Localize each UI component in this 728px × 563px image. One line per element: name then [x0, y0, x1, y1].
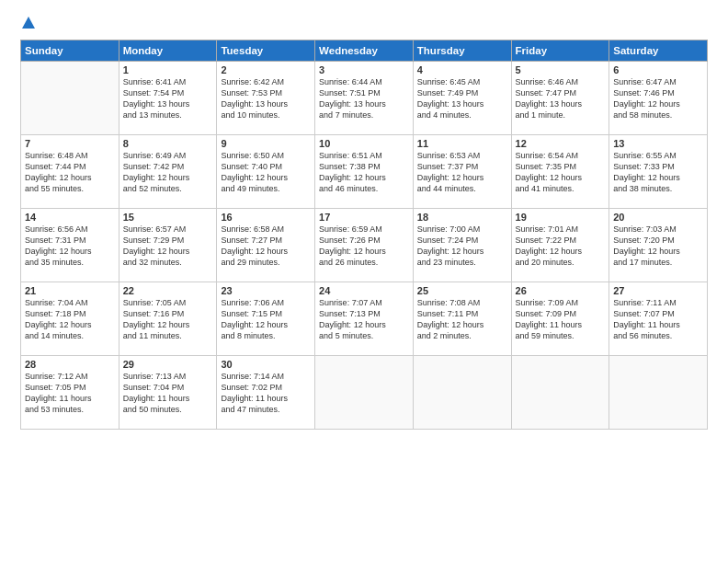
day-info: Sunrise: 6:57 AM Sunset: 7:29 PM Dayligh… — [123, 224, 213, 269]
week-row-4: 21Sunrise: 7:04 AM Sunset: 7:18 PM Dayli… — [21, 282, 708, 356]
weekday-header-monday: Monday — [119, 40, 217, 62]
calendar-cell: 14Sunrise: 6:56 AM Sunset: 7:31 PM Dayli… — [21, 209, 119, 282]
calendar-cell: 15Sunrise: 6:57 AM Sunset: 7:29 PM Dayli… — [119, 209, 217, 282]
day-number: 10 — [319, 138, 409, 149]
calendar-cell: 24Sunrise: 7:07 AM Sunset: 7:13 PM Dayli… — [315, 282, 414, 356]
calendar-cell: 9Sunrise: 6:50 AM Sunset: 7:40 PM Daylig… — [217, 135, 315, 209]
day-info: Sunrise: 7:13 AM Sunset: 7:04 PM Dayligh… — [123, 371, 213, 416]
day-info: Sunrise: 7:12 AM Sunset: 7:05 PM Dayligh… — [25, 371, 115, 416]
calendar-cell: 28Sunrise: 7:12 AM Sunset: 7:05 PM Dayli… — [21, 356, 119, 430]
day-number: 26 — [516, 285, 606, 296]
day-number: 8 — [123, 138, 213, 149]
weekday-header-row: SundayMondayTuesdayWednesdayThursdayFrid… — [21, 40, 708, 62]
calendar-cell: 23Sunrise: 7:06 AM Sunset: 7:15 PM Dayli… — [217, 282, 315, 356]
day-number: 21 — [25, 285, 115, 296]
day-number: 18 — [417, 212, 507, 223]
calendar-cell: 19Sunrise: 7:01 AM Sunset: 7:22 PM Dayli… — [511, 209, 609, 282]
day-number: 11 — [417, 138, 507, 149]
day-info: Sunrise: 6:56 AM Sunset: 7:31 PM Dayligh… — [25, 224, 115, 269]
weekday-header-friday: Friday — [511, 40, 609, 62]
day-info: Sunrise: 6:48 AM Sunset: 7:44 PM Dayligh… — [25, 150, 115, 195]
day-info: Sunrise: 7:09 AM Sunset: 7:09 PM Dayligh… — [516, 297, 606, 342]
day-info: Sunrise: 6:49 AM Sunset: 7:42 PM Dayligh… — [123, 150, 213, 195]
day-number: 22 — [123, 285, 213, 296]
day-info: Sunrise: 6:50 AM Sunset: 7:40 PM Dayligh… — [221, 150, 311, 195]
weekday-header-sunday: Sunday — [21, 40, 119, 62]
day-number: 23 — [221, 285, 311, 296]
day-info: Sunrise: 6:55 AM Sunset: 7:33 PM Dayligh… — [613, 150, 703, 195]
week-row-2: 7Sunrise: 6:48 AM Sunset: 7:44 PM Daylig… — [21, 135, 708, 209]
calendar-cell: 12Sunrise: 6:54 AM Sunset: 7:35 PM Dayli… — [511, 135, 609, 209]
calendar-cell — [511, 356, 609, 430]
day-number: 27 — [613, 285, 703, 296]
day-info: Sunrise: 7:01 AM Sunset: 7:22 PM Dayligh… — [516, 224, 606, 269]
day-number: 24 — [319, 285, 409, 296]
calendar-cell: 11Sunrise: 6:53 AM Sunset: 7:37 PM Dayli… — [413, 135, 511, 209]
day-info: Sunrise: 6:59 AM Sunset: 7:26 PM Dayligh… — [319, 224, 409, 269]
calendar-cell: 30Sunrise: 7:14 AM Sunset: 7:02 PM Dayli… — [217, 356, 315, 430]
day-info: Sunrise: 6:45 AM Sunset: 7:49 PM Dayligh… — [417, 76, 507, 121]
calendar-cell: 1Sunrise: 6:41 AM Sunset: 7:54 PM Daylig… — [119, 62, 217, 135]
day-number: 4 — [417, 64, 507, 75]
day-number: 7 — [25, 138, 115, 149]
calendar-cell: 20Sunrise: 7:03 AM Sunset: 7:20 PM Dayli… — [609, 209, 708, 282]
calendar-cell — [21, 62, 119, 135]
calendar-cell: 27Sunrise: 7:11 AM Sunset: 7:07 PM Dayli… — [609, 282, 708, 356]
day-info: Sunrise: 7:07 AM Sunset: 7:13 PM Dayligh… — [319, 297, 409, 342]
calendar-cell — [609, 356, 708, 430]
day-number: 9 — [221, 138, 311, 149]
day-info: Sunrise: 7:00 AM Sunset: 7:24 PM Dayligh… — [417, 224, 507, 269]
week-row-1: 1Sunrise: 6:41 AM Sunset: 7:54 PM Daylig… — [21, 62, 708, 135]
day-number: 13 — [613, 138, 703, 149]
calendar-cell: 2Sunrise: 6:42 AM Sunset: 7:53 PM Daylig… — [217, 62, 315, 135]
day-info: Sunrise: 7:04 AM Sunset: 7:18 PM Dayligh… — [25, 297, 115, 342]
day-info: Sunrise: 7:05 AM Sunset: 7:16 PM Dayligh… — [123, 297, 213, 342]
week-row-5: 28Sunrise: 7:12 AM Sunset: 7:05 PM Dayli… — [21, 356, 708, 430]
logo — [20, 17, 35, 30]
calendar-cell: 5Sunrise: 6:46 AM Sunset: 7:47 PM Daylig… — [511, 62, 609, 135]
calendar-cell — [315, 356, 414, 430]
calendar-table: SundayMondayTuesdayWednesdayThursdayFrid… — [20, 40, 708, 430]
weekday-header-wednesday: Wednesday — [315, 40, 414, 62]
calendar-cell: 3Sunrise: 6:44 AM Sunset: 7:51 PM Daylig… — [315, 62, 414, 135]
calendar-cell: 29Sunrise: 7:13 AM Sunset: 7:04 PM Dayli… — [119, 356, 217, 430]
calendar-cell: 16Sunrise: 6:58 AM Sunset: 7:27 PM Dayli… — [217, 209, 315, 282]
day-number: 19 — [516, 212, 606, 223]
day-info: Sunrise: 6:47 AM Sunset: 7:46 PM Dayligh… — [613, 76, 703, 121]
calendar-cell: 22Sunrise: 7:05 AM Sunset: 7:16 PM Dayli… — [119, 282, 217, 356]
day-number: 3 — [319, 64, 409, 75]
calendar-cell: 10Sunrise: 6:51 AM Sunset: 7:38 PM Dayli… — [315, 135, 414, 209]
calendar-cell: 7Sunrise: 6:48 AM Sunset: 7:44 PM Daylig… — [21, 135, 119, 209]
calendar-cell: 6Sunrise: 6:47 AM Sunset: 7:46 PM Daylig… — [609, 62, 708, 135]
day-number: 12 — [516, 138, 606, 149]
day-info: Sunrise: 7:03 AM Sunset: 7:20 PM Dayligh… — [613, 224, 703, 269]
day-info: Sunrise: 6:58 AM Sunset: 7:27 PM Dayligh… — [221, 224, 311, 269]
day-info: Sunrise: 6:51 AM Sunset: 7:38 PM Dayligh… — [319, 150, 409, 195]
day-info: Sunrise: 6:54 AM Sunset: 7:35 PM Dayligh… — [516, 150, 606, 195]
day-number: 6 — [613, 64, 703, 75]
day-number: 20 — [613, 212, 703, 223]
day-number: 2 — [221, 64, 311, 75]
day-info: Sunrise: 6:42 AM Sunset: 7:53 PM Dayligh… — [221, 76, 311, 121]
day-number: 29 — [123, 359, 213, 370]
day-number: 17 — [319, 212, 409, 223]
day-info: Sunrise: 7:06 AM Sunset: 7:15 PM Dayligh… — [221, 297, 311, 342]
day-number: 25 — [417, 285, 507, 296]
day-info: Sunrise: 7:14 AM Sunset: 7:02 PM Dayligh… — [221, 371, 311, 416]
day-info: Sunrise: 6:53 AM Sunset: 7:37 PM Dayligh… — [417, 150, 507, 195]
weekday-header-tuesday: Tuesday — [217, 40, 315, 62]
calendar-cell: 17Sunrise: 6:59 AM Sunset: 7:26 PM Dayli… — [315, 209, 414, 282]
calendar-cell: 13Sunrise: 6:55 AM Sunset: 7:33 PM Dayli… — [609, 135, 708, 209]
calendar-cell: 8Sunrise: 6:49 AM Sunset: 7:42 PM Daylig… — [119, 135, 217, 209]
day-number: 16 — [221, 212, 311, 223]
day-number: 5 — [516, 64, 606, 75]
calendar-cell: 18Sunrise: 7:00 AM Sunset: 7:24 PM Dayli… — [413, 209, 511, 282]
day-info: Sunrise: 6:41 AM Sunset: 7:54 PM Dayligh… — [123, 76, 213, 121]
weekday-header-saturday: Saturday — [609, 40, 708, 62]
day-number: 1 — [123, 64, 213, 75]
day-number: 14 — [25, 212, 115, 223]
day-info: Sunrise: 6:44 AM Sunset: 7:51 PM Dayligh… — [319, 76, 409, 121]
logo-triangle-icon — [22, 17, 35, 29]
day-number: 15 — [123, 212, 213, 223]
calendar-cell: 26Sunrise: 7:09 AM Sunset: 7:09 PM Dayli… — [511, 282, 609, 356]
